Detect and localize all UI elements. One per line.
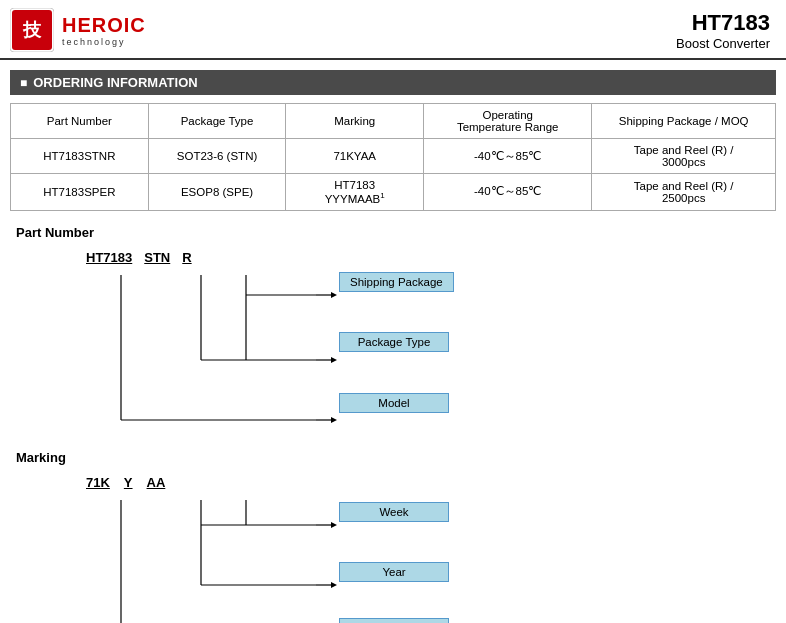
part-number-lines-svg bbox=[46, 270, 546, 440]
col-header-part: Part Number bbox=[11, 104, 149, 139]
marking-lines-svg bbox=[46, 495, 546, 623]
chip-id-segment: 71K bbox=[86, 475, 110, 490]
ordering-table-container: Part Number Package Type Marking Operati… bbox=[10, 103, 776, 211]
package-type-label: Package Type bbox=[339, 332, 449, 352]
col-header-shipping: Shipping Package / MOQ bbox=[592, 104, 776, 139]
table-row: HT7183SPER ESOP8 (SPE) HT7183YYYMAAB1 -4… bbox=[11, 174, 776, 211]
heroic-logo-icon: 技 bbox=[10, 8, 54, 52]
year-box: Year bbox=[339, 562, 449, 582]
svg-marker-11 bbox=[331, 357, 337, 363]
table-row: HT7183STNR SOT23-6 (STN) 71KYAA -40℃～85℃… bbox=[11, 139, 776, 174]
chip-id-label: Chip ID bbox=[339, 618, 449, 623]
model-box: Model bbox=[339, 393, 449, 413]
shipping-package-box: Shipping Package bbox=[339, 272, 454, 292]
doc-title: HT7183 Boost Converter bbox=[676, 10, 770, 51]
model-segment: HT7183 bbox=[86, 250, 132, 265]
svg-marker-20 bbox=[331, 522, 337, 528]
ordering-section-header: ORDERING INFORMATION bbox=[10, 70, 776, 95]
cell-package-2: ESOP8 (SPE) bbox=[148, 174, 286, 211]
cell-shipping-2: Tape and Reel (R) /2500pcs bbox=[592, 174, 776, 211]
marking-section-label: Marking bbox=[16, 450, 770, 465]
week-segment: AA bbox=[147, 475, 166, 490]
week-box: Week bbox=[339, 502, 449, 522]
svg-marker-6 bbox=[331, 292, 337, 298]
cell-temp-2: -40℃～85℃ bbox=[424, 174, 592, 211]
col-header-marking: Marking bbox=[286, 104, 424, 139]
doc-description: Boost Converter bbox=[676, 36, 770, 51]
logo-area: 技 HEROIC technology bbox=[10, 8, 146, 52]
cell-marking-2: HT7183YYYMAAB1 bbox=[286, 174, 424, 211]
doc-part-number: HT7183 bbox=[676, 10, 770, 36]
company-sub: technology bbox=[62, 37, 146, 47]
col-header-temp: OperatingTemperature Range bbox=[424, 104, 592, 139]
package-type-box: Package Type bbox=[339, 332, 449, 352]
package-segment: STN bbox=[144, 250, 170, 265]
part-number-labels: HT7183 STN R bbox=[86, 250, 192, 265]
cell-package-1: SOT23-6 (STN) bbox=[148, 139, 286, 174]
ordering-section-label: ORDERING INFORMATION bbox=[33, 75, 197, 90]
cell-part-1: HT7183STNR bbox=[11, 139, 149, 174]
cell-temp-1: -40℃～85℃ bbox=[424, 139, 592, 174]
cell-marking-1: 71KYAA bbox=[286, 139, 424, 174]
shipping-segment: R bbox=[182, 250, 191, 265]
ordering-table: Part Number Package Type Marking Operati… bbox=[10, 103, 776, 211]
company-info: HEROIC technology bbox=[62, 14, 146, 47]
shipping-package-label: Shipping Package bbox=[339, 272, 454, 292]
marking-labels: 71K Y AA bbox=[86, 475, 165, 490]
col-header-package: Package Type bbox=[148, 104, 286, 139]
part-number-section-label: Part Number bbox=[16, 225, 770, 240]
company-name: HEROIC bbox=[62, 14, 146, 36]
svg-marker-26 bbox=[331, 582, 337, 588]
model-label: Model bbox=[339, 393, 449, 413]
week-label: Week bbox=[339, 502, 449, 522]
part-number-diagram: HT7183 STN R bbox=[46, 250, 770, 440]
cell-shipping-1: Tape and Reel (R) /3000pcs bbox=[592, 139, 776, 174]
chip-id-box: Chip ID bbox=[339, 618, 449, 623]
cell-part-2: HT7183SPER bbox=[11, 174, 149, 211]
year-label: Year bbox=[339, 562, 449, 582]
year-segment: Y bbox=[124, 475, 133, 490]
svg-marker-15 bbox=[331, 417, 337, 423]
page-header: 技 HEROIC technology HT7183 Boost Convert… bbox=[0, 0, 786, 60]
svg-text:技: 技 bbox=[22, 20, 42, 40]
marking-section: Marking 71K Y AA bbox=[16, 450, 770, 623]
marking-diagram: 71K Y AA Week bbox=[46, 475, 770, 623]
part-number-section: Part Number HT7183 STN R bbox=[16, 225, 770, 440]
